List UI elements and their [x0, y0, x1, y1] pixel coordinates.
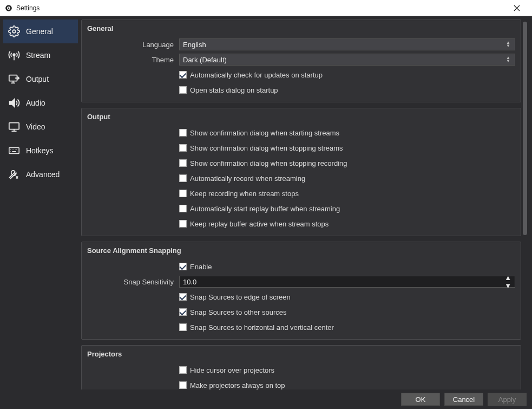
language-label: Language: [87, 41, 179, 49]
confirm-stop-streams-label: Show confirmation dialog when stopping s…: [190, 144, 343, 152]
cancel-button[interactable]: Cancel: [444, 393, 483, 406]
group-title: Output: [87, 113, 515, 124]
snap-other-label: Snap Sources to other sources: [190, 308, 287, 316]
svg-rect-13: [9, 148, 19, 154]
group-title: Projectors: [87, 350, 515, 361]
hide-cursor-label: Hide cursor over projectors: [190, 366, 274, 374]
theme-select[interactable]: Dark (Default) ▲▼: [179, 54, 515, 66]
app-icon: [4, 4, 13, 12]
language-value: English: [183, 41, 206, 49]
auto-replay-buffer-label: Automatically start replay buffer when s…: [190, 205, 340, 213]
scrollbar-thumb[interactable]: [523, 22, 527, 235]
sidebar-item-output[interactable]: Output: [3, 67, 78, 91]
hide-cursor-checkbox[interactable]: [179, 366, 187, 374]
updown-icon: ▲▼: [505, 41, 511, 48]
snap-center-checkbox[interactable]: [179, 323, 187, 331]
sidebar-item-audio[interactable]: Audio: [3, 91, 78, 115]
auto-update-label: Automatically check for updates on start…: [190, 71, 323, 79]
window-title: Settings: [16, 4, 40, 12]
monitor-icon: [8, 120, 21, 133]
group-title: General: [87, 24, 515, 36]
sidebar-item-advanced[interactable]: Advanced: [3, 163, 78, 186]
projectors-ontop-checkbox[interactable]: [179, 381, 187, 389]
sidebar: General Stream Output Audio Video: [0, 16, 80, 389]
sidebar-item-video[interactable]: Video: [3, 115, 78, 139]
svg-point-3: [12, 30, 16, 33]
open-stats-label: Open stats dialog on startup: [190, 86, 278, 94]
sidebar-item-stream[interactable]: Stream: [3, 43, 78, 67]
auto-replay-buffer-checkbox[interactable]: [179, 205, 187, 212]
keep-recording-checkbox[interactable]: [179, 190, 187, 197]
sidebar-item-label: Output: [26, 75, 49, 83]
footer: OK Cancel Apply: [0, 389, 532, 409]
theme-label: Theme: [87, 56, 179, 64]
svg-point-2: [8, 7, 10, 9]
gear-icon: [8, 25, 21, 38]
confirm-start-streams-checkbox[interactable]: [179, 129, 187, 137]
sidebar-item-label: Hotkeys: [26, 146, 54, 155]
snap-other-checkbox[interactable]: [179, 308, 187, 316]
snap-edge-checkbox[interactable]: [179, 293, 187, 301]
keyboard-icon: [8, 144, 21, 157]
sidebar-item-label: Audio: [26, 99, 45, 107]
projectors-ontop-label: Make projectors always on top: [190, 381, 285, 389]
ok-button[interactable]: OK: [401, 393, 440, 406]
keep-replay-buffer-checkbox[interactable]: [179, 220, 187, 228]
auto-record-checkbox[interactable]: [179, 174, 187, 182]
svg-marker-9: [10, 99, 15, 107]
auto-update-checkbox[interactable]: [179, 71, 187, 79]
open-stats-checkbox[interactable]: [179, 86, 187, 94]
snap-edge-label: Snap Sources to edge of screen: [190, 293, 291, 301]
sidebar-item-label: Advanced: [26, 170, 60, 179]
snapping-enable-checkbox[interactable]: [179, 263, 187, 270]
settings-content: General Language English ▲▼ Theme Dark: [80, 20, 522, 389]
group-title: Source Alignment Snapping: [87, 246, 515, 258]
group-projectors: Projectors Hide cursor over projectors M…: [81, 345, 521, 389]
auto-record-label: Automatically record when streaming: [190, 174, 305, 183]
group-snapping: Source Alignment Snapping Enable Snap Se…: [81, 242, 521, 340]
sidebar-item-label: Video: [26, 122, 45, 131]
close-button[interactable]: [506, 1, 528, 16]
keep-replay-buffer-label: Keep replay buffer active when stream st…: [190, 220, 329, 228]
group-output: Output Show confirmation dialog when sta…: [81, 108, 521, 236]
scrollbar[interactable]: [522, 21, 528, 388]
sidebar-item-general[interactable]: General: [3, 20, 78, 43]
apply-button[interactable]: Apply: [488, 393, 527, 406]
updown-icon: ▲▼: [505, 56, 511, 63]
updown-icon: ▲▼: [504, 274, 511, 290]
svg-point-4: [13, 54, 15, 56]
keep-recording-label: Keep recording when stream stops: [190, 190, 299, 198]
confirm-stop-recording-checkbox[interactable]: [179, 159, 187, 167]
snapping-enable-label: Enable: [190, 263, 212, 271]
titlebar: Settings: [0, 0, 532, 16]
tools-icon: [8, 168, 21, 181]
theme-value: Dark (Default): [183, 56, 227, 64]
sidebar-item-hotkeys[interactable]: Hotkeys: [3, 139, 78, 163]
output-icon: [8, 73, 21, 86]
snap-sensitivity-label: Snap Sensitivity: [87, 278, 179, 286]
confirm-stop-recording-label: Show confirmation dialog when stopping r…: [190, 159, 347, 167]
confirm-start-streams-label: Show confirmation dialog when starting s…: [190, 129, 339, 137]
snap-sensitivity-input[interactable]: 10.0 ▲▼: [179, 276, 515, 288]
broadcast-icon: [8, 49, 21, 62]
language-select[interactable]: English ▲▼: [179, 38, 515, 50]
group-general: General Language English ▲▼ Theme Dark: [81, 20, 521, 102]
snap-sensitivity-value: 10.0: [183, 278, 196, 286]
snap-center-label: Snap Sources to horizontal and vertical …: [190, 323, 334, 332]
sidebar-item-label: General: [26, 27, 53, 36]
sidebar-item-label: Stream: [26, 51, 50, 60]
confirm-stop-streams-checkbox[interactable]: [179, 144, 187, 152]
speaker-icon: [8, 96, 21, 109]
svg-rect-10: [9, 123, 19, 129]
